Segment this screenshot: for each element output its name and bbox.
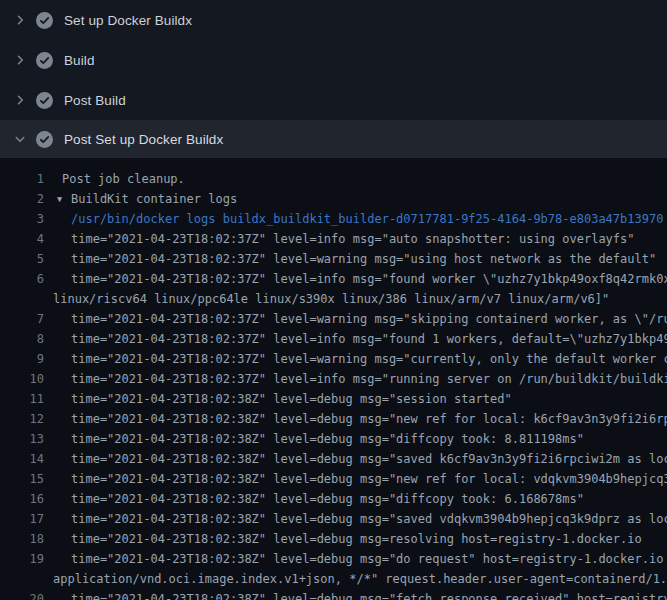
steps-list: Set up Docker Buildx Build: [0, 0, 667, 158]
log-text: time="2021-04-23T18:02:38Z" level=debug …: [71, 489, 584, 509]
log-text: time="2021-04-23T18:02:37Z" level=info m…: [71, 229, 635, 249]
log-text: time="2021-04-23T18:02:37Z" level=info m…: [71, 329, 667, 349]
line-number[interactable]: 20: [0, 589, 44, 600]
log-text: time="2021-04-23T18:02:38Z" level=debug …: [71, 429, 584, 449]
log-text: time="2021-04-23T18:02:38Z" level=debug …: [71, 589, 667, 600]
log-line[interactable]: 11 time="2021-04-23T18:02:38Z" level=deb…: [0, 389, 667, 409]
line-number[interactable]: 16: [0, 489, 44, 509]
log-line[interactable]: 13 time="2021-04-23T18:02:38Z" level=deb…: [0, 429, 667, 449]
log-text: time="2021-04-23T18:02:38Z" level=debug …: [71, 529, 642, 549]
log-text: Post job cleanup.: [62, 169, 185, 189]
chevron-right-icon[interactable]: [14, 94, 36, 106]
check-circle-icon: [36, 52, 53, 69]
log-text: /usr/bin/docker logs buildx_buildkit_bui…: [71, 209, 663, 229]
line-number[interactable]: 2: [0, 189, 44, 209]
check-circle-icon: [36, 92, 53, 109]
log-line[interactable]: 16 time="2021-04-23T18:02:38Z" level=deb…: [0, 489, 667, 509]
line-number[interactable]: 5: [0, 249, 44, 269]
chevron-down-icon[interactable]: [14, 133, 36, 145]
step-label: Post Build: [64, 93, 126, 108]
line-number[interactable]: 10: [0, 369, 44, 389]
log-text: time="2021-04-23T18:02:37Z" level=warnin…: [71, 249, 656, 269]
log-text: time="2021-04-23T18:02:37Z" level=info m…: [71, 269, 667, 289]
log-text: time="2021-04-23T18:02:38Z" level=debug …: [71, 449, 667, 469]
log-line[interactable]: 9 time="2021-04-23T18:02:37Z" level=warn…: [0, 349, 667, 369]
line-number[interactable]: 13: [0, 429, 44, 449]
log-line[interactable]: 7 time="2021-04-23T18:02:37Z" level=warn…: [0, 309, 667, 329]
line-number[interactable]: 8: [0, 329, 44, 349]
chevron-right-icon[interactable]: [14, 14, 36, 26]
log-text: time="2021-04-23T18:02:38Z" level=debug …: [71, 509, 667, 529]
step-post-build[interactable]: Post Build: [0, 80, 667, 120]
log-line[interactable]: 15 time="2021-04-23T18:02:38Z" level=deb…: [0, 469, 667, 489]
log-text: application/vnd.oci.image.index.v1+json,…: [53, 569, 667, 589]
log-line[interactable]: application/vnd.oci.image.index.v1+json,…: [0, 569, 667, 589]
log-line[interactable]: 3 /usr/bin/docker logs buildx_buildkit_b…: [0, 209, 667, 229]
log-line[interactable]: 14 time="2021-04-23T18:02:38Z" level=deb…: [0, 449, 667, 469]
log-text: time="2021-04-23T18:02:38Z" level=debug …: [71, 389, 512, 409]
check-circle-icon: [36, 12, 53, 29]
line-number[interactable]: 18: [0, 529, 44, 549]
log-line[interactable]: 20 time="2021-04-23T18:02:38Z" level=deb…: [0, 589, 667, 600]
log-text: linux/riscv64 linux/ppc64le linux/s390x …: [53, 289, 609, 309]
step-build[interactable]: Build: [0, 40, 667, 80]
line-number[interactable]: 6: [0, 269, 44, 289]
log-text: time="2021-04-23T18:02:37Z" level=info m…: [71, 369, 667, 389]
log-text: time="2021-04-23T18:02:37Z" level=warnin…: [71, 349, 667, 369]
step-label: Build: [64, 53, 95, 68]
step-post-set-up-docker-buildx[interactable]: Post Set up Docker Buildx: [0, 120, 667, 158]
log-text: time="2021-04-23T18:02:38Z" level=debug …: [71, 549, 667, 569]
log-line[interactable]: 17 time="2021-04-23T18:02:38Z" level=deb…: [0, 509, 667, 529]
line-number[interactable]: 17: [0, 509, 44, 529]
log-text: BuildKit container logs: [71, 189, 237, 209]
line-number[interactable]: 11: [0, 389, 44, 409]
actions-log-viewer: Set up Docker Buildx Build: [0, 0, 667, 600]
log-line[interactable]: 4 time="2021-04-23T18:02:37Z" level=info…: [0, 229, 667, 249]
log-line[interactable]: 18 time="2021-04-23T18:02:38Z" level=deb…: [0, 529, 667, 549]
step-label: Set up Docker Buildx: [64, 13, 192, 28]
log-line[interactable]: 6 time="2021-04-23T18:02:37Z" level=info…: [0, 269, 667, 289]
chevron-right-icon[interactable]: [14, 54, 36, 66]
step-label: Post Set up Docker Buildx: [64, 132, 223, 147]
log-text: time="2021-04-23T18:02:37Z" level=warnin…: [71, 309, 667, 329]
log-line[interactable]: 8 time="2021-04-23T18:02:37Z" level=info…: [0, 329, 667, 349]
check-circle-icon: [36, 131, 53, 148]
collapsed-steps: Set up Docker Buildx Build: [0, 0, 667, 120]
line-number[interactable]: 14: [0, 449, 44, 469]
group-toggle-icon[interactable]: ▼: [57, 189, 62, 209]
log-line[interactable]: 10 time="2021-04-23T18:02:37Z" level=inf…: [0, 369, 667, 389]
log-line[interactable]: 5 time="2021-04-23T18:02:37Z" level=warn…: [0, 249, 667, 269]
log-line[interactable]: 2 ▼ BuildKit container logs: [0, 189, 667, 209]
log-text: time="2021-04-23T18:02:38Z" level=debug …: [71, 469, 667, 489]
line-number[interactable]: 9: [0, 349, 44, 369]
line-number[interactable]: 4: [0, 229, 44, 249]
log-area: 1 Post job cleanup. 2 ▼ BuildKit contain…: [0, 158, 667, 600]
line-number[interactable]: 19: [0, 549, 44, 569]
step-set-up-docker-buildx[interactable]: Set up Docker Buildx: [0, 0, 667, 40]
line-number[interactable]: 7: [0, 309, 44, 329]
log-line[interactable]: linux/riscv64 linux/ppc64le linux/s390x …: [0, 289, 667, 309]
line-number[interactable]: 15: [0, 469, 44, 489]
log-line[interactable]: 19 time="2021-04-23T18:02:38Z" level=deb…: [0, 549, 667, 569]
line-number[interactable]: 1: [0, 169, 44, 189]
log-text: time="2021-04-23T18:02:38Z" level=debug …: [71, 409, 667, 429]
line-number[interactable]: 3: [0, 209, 44, 229]
log-line[interactable]: 12 time="2021-04-23T18:02:38Z" level=deb…: [0, 409, 667, 429]
log-line[interactable]: 1 Post job cleanup.: [0, 169, 667, 189]
line-number[interactable]: 12: [0, 409, 44, 429]
